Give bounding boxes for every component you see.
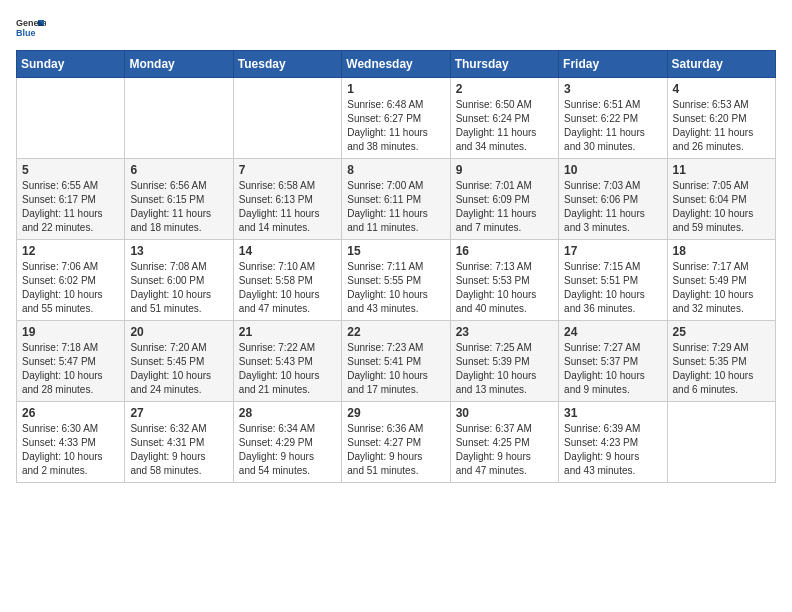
day-info: Sunrise: 6:51 AM Sunset: 6:22 PM Dayligh… — [564, 98, 661, 154]
day-number: 15 — [347, 244, 444, 258]
day-info: Sunrise: 7:11 AM Sunset: 5:55 PM Dayligh… — [347, 260, 444, 316]
days-header-row: SundayMondayTuesdayWednesdayThursdayFrid… — [17, 51, 776, 78]
calendar-week-row: 12Sunrise: 7:06 AM Sunset: 6:02 PM Dayli… — [17, 240, 776, 321]
day-number: 31 — [564, 406, 661, 420]
calendar-day-cell: 23Sunrise: 7:25 AM Sunset: 5:39 PM Dayli… — [450, 321, 558, 402]
day-of-week-header: Tuesday — [233, 51, 341, 78]
day-info: Sunrise: 7:13 AM Sunset: 5:53 PM Dayligh… — [456, 260, 553, 316]
calendar-day-cell: 7Sunrise: 6:58 AM Sunset: 6:13 PM Daylig… — [233, 159, 341, 240]
calendar-week-row: 26Sunrise: 6:30 AM Sunset: 4:33 PM Dayli… — [17, 402, 776, 483]
calendar-day-cell: 26Sunrise: 6:30 AM Sunset: 4:33 PM Dayli… — [17, 402, 125, 483]
calendar-day-cell: 9Sunrise: 7:01 AM Sunset: 6:09 PM Daylig… — [450, 159, 558, 240]
day-number: 4 — [673, 82, 770, 96]
day-of-week-header: Sunday — [17, 51, 125, 78]
calendar-day-cell: 14Sunrise: 7:10 AM Sunset: 5:58 PM Dayli… — [233, 240, 341, 321]
calendar-day-cell: 22Sunrise: 7:23 AM Sunset: 5:41 PM Dayli… — [342, 321, 450, 402]
day-info: Sunrise: 7:25 AM Sunset: 5:39 PM Dayligh… — [456, 341, 553, 397]
day-of-week-header: Wednesday — [342, 51, 450, 78]
day-number: 9 — [456, 163, 553, 177]
day-info: Sunrise: 6:50 AM Sunset: 6:24 PM Dayligh… — [456, 98, 553, 154]
calendar-day-cell: 17Sunrise: 7:15 AM Sunset: 5:51 PM Dayli… — [559, 240, 667, 321]
day-number: 25 — [673, 325, 770, 339]
day-info: Sunrise: 7:23 AM Sunset: 5:41 PM Dayligh… — [347, 341, 444, 397]
day-number: 20 — [130, 325, 227, 339]
day-info: Sunrise: 7:20 AM Sunset: 5:45 PM Dayligh… — [130, 341, 227, 397]
day-number: 14 — [239, 244, 336, 258]
logo: General Blue — [16, 16, 46, 38]
day-number: 3 — [564, 82, 661, 96]
calendar-day-cell: 18Sunrise: 7:17 AM Sunset: 5:49 PM Dayli… — [667, 240, 775, 321]
day-info: Sunrise: 7:15 AM Sunset: 5:51 PM Dayligh… — [564, 260, 661, 316]
day-of-week-header: Friday — [559, 51, 667, 78]
calendar-week-row: 5Sunrise: 6:55 AM Sunset: 6:17 PM Daylig… — [17, 159, 776, 240]
day-number: 28 — [239, 406, 336, 420]
day-number: 21 — [239, 325, 336, 339]
calendar-day-cell: 2Sunrise: 6:50 AM Sunset: 6:24 PM Daylig… — [450, 78, 558, 159]
empty-cell — [17, 78, 125, 159]
day-info: Sunrise: 7:05 AM Sunset: 6:04 PM Dayligh… — [673, 179, 770, 235]
day-info: Sunrise: 7:10 AM Sunset: 5:58 PM Dayligh… — [239, 260, 336, 316]
calendar-day-cell: 4Sunrise: 6:53 AM Sunset: 6:20 PM Daylig… — [667, 78, 775, 159]
day-info: Sunrise: 7:18 AM Sunset: 5:47 PM Dayligh… — [22, 341, 119, 397]
day-info: Sunrise: 7:01 AM Sunset: 6:09 PM Dayligh… — [456, 179, 553, 235]
day-of-week-header: Saturday — [667, 51, 775, 78]
calendar-day-cell: 21Sunrise: 7:22 AM Sunset: 5:43 PM Dayli… — [233, 321, 341, 402]
calendar-week-row: 1Sunrise: 6:48 AM Sunset: 6:27 PM Daylig… — [17, 78, 776, 159]
calendar-day-cell: 27Sunrise: 6:32 AM Sunset: 4:31 PM Dayli… — [125, 402, 233, 483]
day-number: 27 — [130, 406, 227, 420]
day-info: Sunrise: 6:53 AM Sunset: 6:20 PM Dayligh… — [673, 98, 770, 154]
calendar-day-cell: 25Sunrise: 7:29 AM Sunset: 5:35 PM Dayli… — [667, 321, 775, 402]
day-info: Sunrise: 7:03 AM Sunset: 6:06 PM Dayligh… — [564, 179, 661, 235]
calendar-day-cell: 1Sunrise: 6:48 AM Sunset: 6:27 PM Daylig… — [342, 78, 450, 159]
day-number: 2 — [456, 82, 553, 96]
day-number: 18 — [673, 244, 770, 258]
day-number: 16 — [456, 244, 553, 258]
day-info: Sunrise: 6:34 AM Sunset: 4:29 PM Dayligh… — [239, 422, 336, 478]
calendar-day-cell: 19Sunrise: 7:18 AM Sunset: 5:47 PM Dayli… — [17, 321, 125, 402]
svg-text:Blue: Blue — [16, 28, 36, 38]
calendar-day-cell: 10Sunrise: 7:03 AM Sunset: 6:06 PM Dayli… — [559, 159, 667, 240]
day-info: Sunrise: 6:56 AM Sunset: 6:15 PM Dayligh… — [130, 179, 227, 235]
calendar-day-cell: 31Sunrise: 6:39 AM Sunset: 4:23 PM Dayli… — [559, 402, 667, 483]
day-of-week-header: Monday — [125, 51, 233, 78]
calendar-day-cell: 24Sunrise: 7:27 AM Sunset: 5:37 PM Dayli… — [559, 321, 667, 402]
day-number: 29 — [347, 406, 444, 420]
day-info: Sunrise: 6:36 AM Sunset: 4:27 PM Dayligh… — [347, 422, 444, 478]
calendar-day-cell: 8Sunrise: 7:00 AM Sunset: 6:11 PM Daylig… — [342, 159, 450, 240]
calendar-day-cell: 6Sunrise: 6:56 AM Sunset: 6:15 PM Daylig… — [125, 159, 233, 240]
calendar-day-cell: 30Sunrise: 6:37 AM Sunset: 4:25 PM Dayli… — [450, 402, 558, 483]
day-number: 17 — [564, 244, 661, 258]
calendar-day-cell: 29Sunrise: 6:36 AM Sunset: 4:27 PM Dayli… — [342, 402, 450, 483]
day-info: Sunrise: 6:37 AM Sunset: 4:25 PM Dayligh… — [456, 422, 553, 478]
calendar-day-cell: 11Sunrise: 7:05 AM Sunset: 6:04 PM Dayli… — [667, 159, 775, 240]
day-of-week-header: Thursday — [450, 51, 558, 78]
day-number: 8 — [347, 163, 444, 177]
day-number: 24 — [564, 325, 661, 339]
day-info: Sunrise: 7:22 AM Sunset: 5:43 PM Dayligh… — [239, 341, 336, 397]
calendar-day-cell: 16Sunrise: 7:13 AM Sunset: 5:53 PM Dayli… — [450, 240, 558, 321]
empty-cell — [125, 78, 233, 159]
day-number: 22 — [347, 325, 444, 339]
day-number: 12 — [22, 244, 119, 258]
empty-cell — [667, 402, 775, 483]
calendar-day-cell: 13Sunrise: 7:08 AM Sunset: 6:00 PM Dayli… — [125, 240, 233, 321]
day-info: Sunrise: 7:00 AM Sunset: 6:11 PM Dayligh… — [347, 179, 444, 235]
calendar-day-cell: 28Sunrise: 6:34 AM Sunset: 4:29 PM Dayli… — [233, 402, 341, 483]
day-number: 26 — [22, 406, 119, 420]
day-info: Sunrise: 7:27 AM Sunset: 5:37 PM Dayligh… — [564, 341, 661, 397]
day-number: 7 — [239, 163, 336, 177]
day-number: 10 — [564, 163, 661, 177]
day-number: 30 — [456, 406, 553, 420]
calendar-day-cell: 12Sunrise: 7:06 AM Sunset: 6:02 PM Dayli… — [17, 240, 125, 321]
calendar-day-cell: 5Sunrise: 6:55 AM Sunset: 6:17 PM Daylig… — [17, 159, 125, 240]
day-number: 1 — [347, 82, 444, 96]
page-header: General Blue — [16, 16, 776, 38]
day-info: Sunrise: 6:55 AM Sunset: 6:17 PM Dayligh… — [22, 179, 119, 235]
calendar-table: SundayMondayTuesdayWednesdayThursdayFrid… — [16, 50, 776, 483]
day-info: Sunrise: 6:30 AM Sunset: 4:33 PM Dayligh… — [22, 422, 119, 478]
day-info: Sunrise: 7:17 AM Sunset: 5:49 PM Dayligh… — [673, 260, 770, 316]
day-number: 5 — [22, 163, 119, 177]
day-info: Sunrise: 7:29 AM Sunset: 5:35 PM Dayligh… — [673, 341, 770, 397]
day-info: Sunrise: 6:32 AM Sunset: 4:31 PM Dayligh… — [130, 422, 227, 478]
day-number: 13 — [130, 244, 227, 258]
